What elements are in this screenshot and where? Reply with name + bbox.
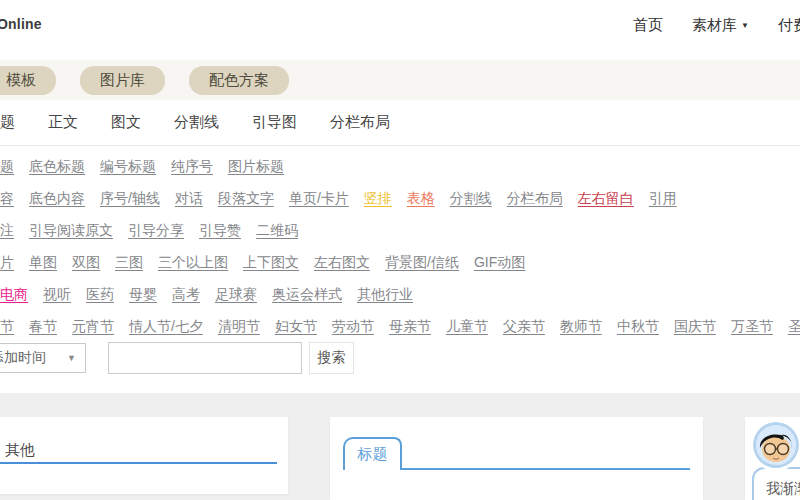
title-tab: 标题 xyxy=(343,437,402,470)
filter-link[interactable]: 序号/轴线 xyxy=(100,190,160,208)
filter-link[interactable]: 母婴 xyxy=(129,286,157,304)
template-card-title-tab[interactable]: 标题 xyxy=(330,417,703,500)
chevron-down-icon: ▼ xyxy=(741,21,749,30)
tab-5[interactable]: 引导图 xyxy=(252,113,297,132)
tab-2[interactable]: 正文 xyxy=(48,113,78,132)
filter-link[interactable]: 左右图文 xyxy=(314,254,370,272)
filter-link[interactable]: 儿童节 xyxy=(446,318,488,336)
template-card-avatar[interactable]: 我渐渐 xyxy=(745,417,800,500)
filter-link[interactable]: 底色标题 xyxy=(29,158,85,176)
toolbar: 模板图片库配色方案 xyxy=(0,60,800,100)
filter-link[interactable]: 引导赞 xyxy=(199,222,241,240)
filter-link[interactable]: 清明节 xyxy=(218,318,260,336)
category-tabs: 题正文图文分割线引导图分栏布局 xyxy=(0,100,800,146)
filter-link[interactable]: 节 xyxy=(0,318,14,336)
filter-link[interactable]: 妇女节 xyxy=(275,318,317,336)
time-filter-label: 添加时间 xyxy=(0,349,46,367)
avatar-face-icon xyxy=(753,422,799,468)
template-card-title: 其他 xyxy=(5,441,35,460)
tab-underline xyxy=(402,468,690,470)
filter-row-festival: 节春节元宵节情人节/七夕清明节妇女节劳动节母亲节儿童节父亲节教师节中秋节国庆节万… xyxy=(0,311,800,343)
toolbar-button-1[interactable]: 模板 xyxy=(0,66,56,95)
bubble-text: 我渐渐 xyxy=(766,480,800,496)
filter-link[interactable]: 引用 xyxy=(649,190,677,208)
filter-link[interactable]: 底色内容 xyxy=(29,190,85,208)
filter-row-image: 片单图双图三图三个以上图上下图文左右图文背景图/信纸GIF动图 xyxy=(0,247,800,279)
title-underline xyxy=(0,462,277,464)
filter-link[interactable]: 教师节 xyxy=(560,318,602,336)
template-card-other[interactable]: 其他 xyxy=(0,417,288,494)
filter-link[interactable]: 左右留白 xyxy=(578,190,634,208)
tab-1[interactable]: 题 xyxy=(0,113,15,132)
nav-item-2[interactable]: 素材库▼ xyxy=(692,16,749,35)
filter-link[interactable]: 医药 xyxy=(86,286,114,304)
title-tab-label: 标题 xyxy=(358,445,388,464)
filter-link[interactable]: 其他行业 xyxy=(357,286,413,304)
toolbar-button-2[interactable]: 图片库 xyxy=(80,66,165,95)
filter-link[interactable]: 足球赛 xyxy=(215,286,257,304)
filter-link[interactable]: 上下图文 xyxy=(243,254,299,272)
filter-link[interactable]: 竖排 xyxy=(364,190,392,208)
filter-link[interactable]: 春节 xyxy=(29,318,57,336)
filter-link[interactable]: 父亲节 xyxy=(503,318,545,336)
search-input[interactable] xyxy=(108,342,302,374)
filter-link[interactable]: 电商 xyxy=(0,286,28,304)
filter-link[interactable]: 母亲节 xyxy=(389,318,431,336)
filter-link[interactable]: 片 xyxy=(0,254,14,272)
time-filter-select[interactable]: 添加时间 ▼ xyxy=(0,343,86,373)
nav-item-1[interactable]: 首页 xyxy=(633,16,663,35)
filter-link[interactable]: 三图 xyxy=(115,254,143,272)
filter-link[interactable]: 引导阅读原文 xyxy=(29,222,113,240)
filter-row-guide: 注引导阅读原文引导分享引导赞二维码 xyxy=(0,215,800,247)
filter-link[interactable]: 引导分享 xyxy=(128,222,184,240)
nav-item-3[interactable]: 付费 xyxy=(778,16,800,35)
filter-link[interactable]: 圣诞节 xyxy=(788,318,800,336)
filter-link[interactable]: GIF动图 xyxy=(474,254,525,272)
tab-4[interactable]: 分割线 xyxy=(174,113,219,132)
search-button[interactable]: 搜索 xyxy=(309,342,354,374)
site-logo: Online xyxy=(0,16,42,32)
toolbar-button-3[interactable]: 配色方案 xyxy=(189,66,289,95)
filter-link[interactable]: 单页/卡片 xyxy=(289,190,349,208)
filter-row-content: 容底色内容序号/轴线对话段落文字单页/卡片竖排表格分割线分栏布局左右留白引用 xyxy=(0,183,800,215)
avatar xyxy=(753,422,799,468)
filter-link[interactable]: 分栏布局 xyxy=(507,190,563,208)
filter-link[interactable]: 图片标题 xyxy=(228,158,284,176)
filter-link[interactable]: 背景图/信纸 xyxy=(385,254,459,272)
filter-link[interactable]: 表格 xyxy=(407,190,435,208)
top-nav: 首页素材库▼付费 xyxy=(633,16,800,35)
filter-link[interactable]: 分割线 xyxy=(450,190,492,208)
results-area: 其他 标题 我渐渐 xyxy=(0,393,800,500)
filter-row-title: 题底色标题编号标题纯序号图片标题 xyxy=(0,151,800,183)
filter-link[interactable]: 万圣节 xyxy=(731,318,773,336)
filter-link[interactable]: 纯序号 xyxy=(171,158,213,176)
filter-panel: 题底色标题编号标题纯序号图片标题容底色内容序号/轴线对话段落文字单页/卡片竖排表… xyxy=(0,151,800,343)
tab-3[interactable]: 图文 xyxy=(111,113,141,132)
filter-link[interactable]: 对话 xyxy=(175,190,203,208)
filter-link[interactable]: 编号标题 xyxy=(100,158,156,176)
filter-link[interactable]: 题 xyxy=(0,158,14,176)
filter-link[interactable]: 视听 xyxy=(43,286,71,304)
filter-link[interactable]: 元宵节 xyxy=(72,318,114,336)
filter-link[interactable]: 二维码 xyxy=(256,222,298,240)
search-bar: 添加时间 ▼ 搜索 xyxy=(0,343,800,374)
filter-link[interactable]: 双图 xyxy=(72,254,100,272)
header: Online 首页素材库▼付费 xyxy=(0,0,800,60)
filter-link[interactable]: 中秋节 xyxy=(617,318,659,336)
filter-link[interactable]: 情人节/七夕 xyxy=(129,318,203,336)
filter-link[interactable]: 国庆节 xyxy=(674,318,716,336)
filter-link[interactable]: 高考 xyxy=(172,286,200,304)
filter-link[interactable]: 注 xyxy=(0,222,14,240)
chevron-down-icon: ▼ xyxy=(67,353,76,363)
filter-link[interactable]: 三个以上图 xyxy=(158,254,228,272)
filter-link[interactable]: 单图 xyxy=(29,254,57,272)
filter-row-industry: 电商视听医药母婴高考足球赛奥运会样式其他行业 xyxy=(0,279,800,311)
filter-link[interactable]: 奥运会样式 xyxy=(272,286,342,304)
toolbar-buttons: 模板图片库配色方案 xyxy=(0,66,289,95)
filter-link[interactable]: 段落文字 xyxy=(218,190,274,208)
filter-link[interactable]: 劳动节 xyxy=(332,318,374,336)
tab-6[interactable]: 分栏布局 xyxy=(330,113,390,132)
speech-bubble: 我渐渐 xyxy=(752,467,800,500)
filter-link[interactable]: 容 xyxy=(0,190,14,208)
